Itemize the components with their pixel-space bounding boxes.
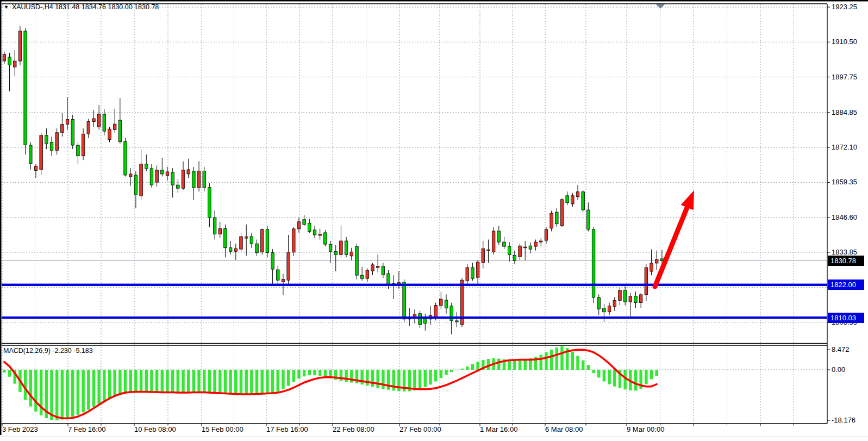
macd-axis-label: -18.176 (832, 416, 855, 425)
price-axis-label: 1859.35 (832, 178, 857, 187)
resistance-line[interactable] (2, 284, 827, 286)
chart-collapse-icon[interactable]: ▼ (4, 4, 9, 10)
time-axis-label: 27 Feb 00:00 (399, 425, 441, 433)
time-axis-label: 7 Feb 16:00 (68, 425, 105, 433)
macd-signal-value: -5.183 (73, 347, 92, 355)
price-axis-label: 1897.75 (832, 73, 857, 82)
chart-ohlc-readout: 1831.48 1834.76 1830.00 1830.78 (55, 3, 159, 11)
time-axis-label: 9 Mar 00:00 (627, 425, 664, 433)
current-price-tag: 1830.78 (828, 256, 864, 266)
macd-indicator-label: MACD(12,26,9) -2.230 -5.183 (3, 347, 93, 355)
macd-signal-line (4, 350, 657, 418)
price-axis-label: 1872.10 (832, 143, 857, 152)
support-level-tag: 1810.03 (828, 313, 864, 323)
price-axis-label: 1884.85 (832, 108, 857, 117)
time-axis-label: 17 Feb 16:00 (266, 425, 308, 433)
chart-title: ▼XAUUSD-,H4 1831.48 1834.76 1830.00 1830… (4, 3, 159, 11)
chart-shift-marker-icon[interactable] (656, 4, 665, 9)
price-axis-label: 1910.50 (832, 38, 857, 46)
macd-axis-label: 0.00 (832, 365, 845, 374)
macd-main-value: -2.230 (52, 347, 71, 355)
price-axis-label: 1923.25 (832, 3, 857, 11)
price-axis-label: 1846.60 (832, 213, 857, 222)
mt4-chart-window: ▼XAUUSD-,H4 1831.48 1834.76 1830.00 1830… (0, 0, 868, 441)
chart-symbol-period: XAUUSD-,H4 (12, 3, 53, 11)
macd-axis-label: 8.472 (832, 345, 850, 354)
grid-layer (2, 4, 827, 424)
time-axis-label: 10 Feb 08:00 (134, 425, 176, 433)
chart-canvas[interactable] (0, 0, 868, 441)
trend-arrow[interactable] (655, 190, 694, 287)
time-axis-label: 6 Mar 08:00 (545, 425, 583, 433)
time-axis-label: 3 Feb 2023 (2, 425, 38, 433)
candles-layer (3, 26, 664, 334)
time-axis-label: 1 Mar 16:00 (480, 425, 517, 433)
time-axis-label: 15 Feb 00:00 (202, 425, 243, 433)
resistance-level-tag: 1822.00 (828, 279, 864, 290)
time-axis-label: 22 Feb 08:00 (333, 425, 374, 433)
support-line[interactable] (2, 316, 827, 319)
